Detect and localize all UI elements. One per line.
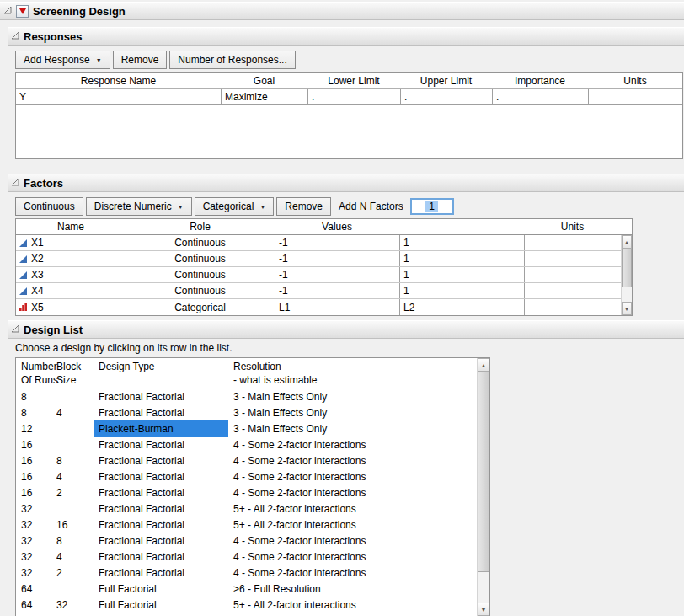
design-row[interactable]: 16 8 Fractional Factorial 4 - Some 2-fac… (16, 453, 477, 469)
design-row[interactable]: 32 4 Fractional Factorial 4 - Some 2-fac… (16, 549, 477, 565)
design-row[interactable]: 64 32 Full Factorial 5+ - All 2-factor i… (16, 597, 477, 613)
disclosure-triangle-icon[interactable] (11, 30, 19, 42)
factor-value-cell[interactable]: 1 (399, 251, 524, 266)
factor-value-cell[interactable]: L1 (275, 299, 399, 315)
response-name-cell[interactable]: Y (16, 89, 221, 104)
factor-name: X2 (31, 253, 44, 265)
factor-value-cell[interactable]: 1 (399, 235, 524, 250)
block-cell: 4 (51, 404, 94, 420)
remove-factor-button[interactable]: Remove (276, 197, 331, 216)
design-row[interactable]: 32 16 Fractional Factorial 5+ - All 2-fa… (16, 517, 477, 533)
factor-row: X3 Continuous -1 1 (16, 267, 621, 283)
factors-scrollbar[interactable]: ▲ ▼ (621, 235, 632, 315)
design-row[interactable]: 16 4 Fractional Factorial 4 - Some 2-fac… (16, 469, 477, 485)
scroll-up-button[interactable]: ▲ (622, 235, 632, 249)
add-response-button[interactable]: Add Response ▼ (15, 51, 110, 69)
add-n-factors-value: 1 (425, 201, 438, 212)
scroll-down-button[interactable]: ▼ (478, 603, 489, 616)
factor-name: X3 (31, 269, 44, 281)
factor-value-cell[interactable]: 1 (399, 283, 524, 298)
design-row[interactable]: 32 8 Fractional Factorial 4 - Some 2-fac… (16, 533, 477, 549)
scroll-down-button[interactable]: ▼ (622, 302, 632, 315)
factor-units-cell[interactable] (524, 299, 621, 315)
add-n-factors-input[interactable]: 1 (410, 198, 454, 215)
design-type-cell: Fractional Factorial (94, 517, 228, 533)
factor-name-cell[interactable]: X5 (16, 299, 126, 315)
factor-units-cell[interactable] (524, 267, 621, 282)
design-list-scrollbar[interactable]: ▲ ▼ (477, 358, 489, 616)
design-row[interactable]: 16 Fractional Factorial 4 - Some 2-facto… (16, 437, 477, 453)
design-list-header: Number Of Runs Block Size Design Type Re… (16, 358, 477, 388)
continuous-button[interactable]: Continuous (15, 197, 83, 216)
disclosure-triangle-icon[interactable] (11, 324, 19, 335)
scroll-up-button[interactable]: ▲ (478, 358, 489, 372)
categorical-button[interactable]: Categorical ▼ (195, 197, 275, 216)
runs-cell: 32 (16, 549, 51, 565)
categorical-factor-icon (19, 303, 28, 312)
resolution-cell: >6 - Full Resolution (228, 581, 477, 597)
design-row[interactable]: 64 Full Factorial >6 - Full Resolution (16, 581, 477, 597)
responses-button-row: Add Response ▼ Remove Number of Response… (15, 51, 684, 69)
importance-cell[interactable]: . (492, 89, 588, 104)
design-list-instruction: Choose a design by clicking on its row i… (15, 342, 684, 354)
factor-name-cell[interactable]: X4 (16, 283, 126, 298)
scroll-thumb[interactable] (622, 249, 632, 287)
factor-value-cell[interactable]: 1 (399, 267, 524, 282)
column-header: Goal (221, 75, 307, 87)
design-row-selected[interactable]: 12 Plackett-Burman 3 - Main Effects Only (16, 420, 477, 437)
block-cell: 16 (51, 517, 94, 533)
factor-name-cell[interactable]: X2 (16, 251, 126, 266)
design-type-cell: Fractional Factorial (94, 388, 228, 404)
units-cell[interactable] (588, 89, 682, 104)
resolution-cell: 4 - Some 2-factor interactions (228, 453, 477, 469)
block-cell (51, 388, 94, 404)
number-of-responses-button[interactable]: Number of Responses... (169, 51, 295, 69)
factor-units-cell[interactable] (524, 235, 621, 250)
runs-cell: 8 (16, 388, 51, 404)
factor-role-cell[interactable]: Continuous (126, 267, 275, 282)
design-type-cell: Full Factorial (94, 581, 228, 597)
goal-cell[interactable]: Maximize (221, 89, 307, 104)
runs-cell: 12 (16, 420, 51, 437)
factor-value-cell[interactable]: -1 (275, 251, 399, 266)
remove-response-button[interactable]: Remove (113, 51, 168, 69)
design-row[interactable]: 8 4 Fractional Factorial 3 - Main Effect… (16, 404, 477, 420)
factor-value-cell[interactable]: L2 (399, 299, 524, 315)
upper-limit-cell[interactable]: . (400, 89, 492, 104)
design-row[interactable]: 32 Fractional Factorial 5+ - All 2-facto… (16, 501, 477, 517)
design-row[interactable]: 32 2 Fractional Factorial 4 - Some 2-fac… (16, 565, 477, 581)
red-triangle-menu-button[interactable] (16, 5, 29, 18)
factor-name: X5 (31, 302, 44, 313)
scroll-track[interactable] (622, 287, 632, 302)
design-row[interactable]: 8 Fractional Factorial 3 - Main Effects … (16, 388, 477, 404)
factor-units-cell[interactable] (524, 251, 621, 266)
block-cell: 2 (51, 485, 94, 501)
runs-cell: 32 (16, 533, 51, 549)
disclosure-triangle-icon[interactable] (11, 177, 19, 189)
scroll-thumb[interactable] (478, 372, 489, 572)
factor-role-cell[interactable]: Continuous (126, 251, 275, 266)
column-header: Units (588, 75, 682, 87)
disclosure-triangle-icon[interactable] (3, 5, 12, 17)
factor-value-cell[interactable]: -1 (275, 283, 399, 298)
column-header-block: Block Size (51, 360, 94, 387)
design-row[interactable]: 16 2 Fractional Factorial 4 - Some 2-fac… (16, 485, 477, 501)
factor-value-cell[interactable]: -1 (275, 235, 399, 250)
factor-role-cell[interactable]: Categorical (126, 299, 275, 315)
factor-role-cell[interactable]: Continuous (126, 283, 275, 298)
factors-table: Name Role Values Units X1 Continuous -1 … (15, 218, 633, 316)
factor-role-cell[interactable]: Continuous (126, 235, 275, 250)
discrete-numeric-button[interactable]: Discrete Numeric ▼ (86, 197, 192, 216)
factor-name: X1 (31, 237, 44, 249)
scroll-track[interactable] (478, 572, 489, 603)
column-header: Lower Limit (307, 75, 400, 87)
continuous-factor-icon (19, 254, 28, 264)
factor-value-cell[interactable]: -1 (275, 267, 399, 282)
resolution-cell: 5+ - All 2-factor interactions (228, 517, 477, 533)
column-header: Importance (492, 75, 588, 87)
lower-limit-cell[interactable]: . (307, 89, 400, 104)
factor-name-cell[interactable]: X1 (16, 235, 126, 250)
factor-units-cell[interactable] (524, 283, 621, 298)
responses-section-title: Responses (24, 30, 82, 43)
factor-name-cell[interactable]: X3 (16, 267, 126, 282)
